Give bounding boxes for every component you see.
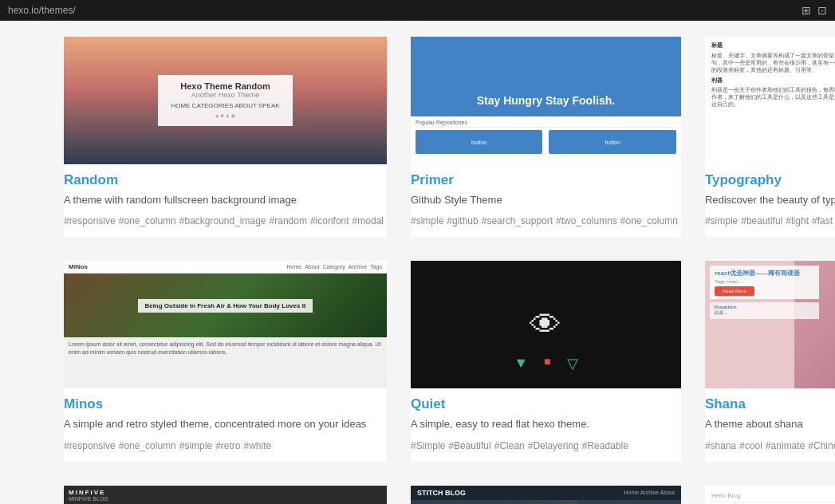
- theme-tag[interactable]: #Delayering: [528, 440, 579, 451]
- theme-tags-minos: #responsive#one_column#simple#retro#whit…: [64, 439, 387, 454]
- url-text: hexo.io/themes/: [8, 5, 76, 16]
- theme-card-white[interactable]: Hello Blog Hello World Welcome to Hexo! …: [705, 486, 835, 504]
- theme-info-primer: PrimerGithub Style Theme#simple#github#s…: [411, 164, 681, 237]
- theme-tag[interactable]: #Beautiful: [448, 440, 490, 451]
- theme-desc-minos: A simple and retro styled theme, concent…: [64, 417, 387, 431]
- top-bar-icons: ⊞ ⊡: [802, 4, 827, 17]
- theme-card-minfive[interactable]: MINFIVE MINFIVE BLOG Minfive: [64, 486, 387, 504]
- theme-tags-typography: #simple#beautiful#light#fast#disqus#live…: [705, 214, 835, 229]
- theme-tag[interactable]: #beautiful: [741, 215, 782, 226]
- theme-tag[interactable]: #background_image: [179, 215, 266, 226]
- theme-tag[interactable]: #two_columns: [556, 215, 617, 226]
- theme-desc-random: A theme with random fullscreen backgroun…: [64, 193, 387, 207]
- theme-preview-minos: MiNos HomeAboutCategoryArchiveTags Being…: [64, 261, 387, 388]
- theme-card-primer[interactable]: Stay Hungry Stay Foolish. Popular Reposi…: [411, 37, 681, 237]
- grid-icon[interactable]: ⊞: [802, 4, 811, 17]
- theme-tag[interactable]: #github: [447, 215, 478, 226]
- theme-tag[interactable]: #Readable: [582, 440, 628, 451]
- theme-tag[interactable]: #iconfont: [310, 215, 349, 226]
- theme-tags-quiet: #Simple#Beautiful#Clean#Delayering#Reada…: [411, 439, 681, 454]
- theme-info-typography: TypographyRediscover the beauty of typog…: [705, 164, 835, 237]
- theme-tag[interactable]: #Chinese: [808, 440, 835, 451]
- theme-tag[interactable]: #modal: [353, 215, 384, 226]
- theme-title-quiet[interactable]: Quiet: [411, 396, 681, 412]
- theme-tag[interactable]: #one_column: [119, 215, 176, 226]
- theme-preview-random: Hexo Theme Random Another Hexo Theme HOM…: [64, 37, 387, 164]
- theme-tag[interactable]: #simple: [411, 215, 443, 226]
- theme-card-minos[interactable]: MiNos HomeAboutCategoryArchiveTags Being…: [64, 261, 387, 461]
- theme-tags-primer: #simple#github#search_support#two_column…: [411, 214, 681, 229]
- themes-grid: Hexo Theme Random Another Hexo Theme HOM…: [64, 37, 771, 504]
- theme-tag[interactable]: #white: [244, 440, 272, 451]
- theme-tag[interactable]: #simple: [705, 215, 738, 226]
- theme-tag[interactable]: #search_support: [482, 215, 553, 226]
- theme-tag[interactable]: #one_column: [620, 215, 678, 226]
- theme-card-typography[interactable]: 标题 标签、关键字、文章摘要等构成了一篇文章的骨架，这里面包含了不同的语句，其中…: [705, 37, 835, 237]
- theme-tag[interactable]: #random: [270, 215, 307, 226]
- theme-info-minos: MinosA simple and retro styled theme, co…: [64, 388, 387, 461]
- theme-tag[interactable]: #light: [786, 215, 809, 226]
- theme-preview-stitch: STITCH BLOG Home Archive About Hello Wor…: [411, 486, 681, 504]
- theme-tag[interactable]: #one_column: [119, 440, 176, 451]
- theme-preview-minfive: MINFIVE MINFIVE BLOG: [64, 486, 387, 504]
- theme-preview-white: Hello Blog Hello World Welcome to Hexo! …: [705, 486, 835, 504]
- theme-tag[interactable]: #fast: [812, 215, 833, 226]
- theme-tags-random: #responsive#one_column#background_image#…: [64, 214, 387, 229]
- theme-preview-typography: 标题 标签、关键字、文章摘要等构成了一篇文章的骨架，这里面包含了不同的语句，其中…: [705, 37, 835, 164]
- theme-card-stitch[interactable]: STITCH BLOG Home Archive About Hello Wor…: [411, 486, 681, 504]
- view-icon[interactable]: ⊡: [817, 4, 827, 17]
- theme-tag[interactable]: #shana: [705, 440, 736, 451]
- theme-card-shana[interactable]: react优选神器——稀有阅读器 Tags: react ... Read Mo…: [705, 261, 835, 461]
- theme-preview-primer: Stay Hungry Stay Foolish. Popular Reposi…: [411, 37, 681, 164]
- theme-tag[interactable]: #retro: [215, 440, 240, 451]
- theme-card-quiet[interactable]: 👁 ▼ ■ ▽ QuietA simple, easy to read flat…: [411, 261, 681, 461]
- theme-tag[interactable]: #responsive: [64, 215, 116, 226]
- theme-title-random[interactable]: Random: [64, 172, 387, 188]
- theme-title-primer[interactable]: Primer: [411, 172, 681, 188]
- theme-tag[interactable]: #Clean: [494, 440, 525, 451]
- theme-desc-quiet: A simple, easy to read flat hexo theme.: [411, 417, 681, 431]
- theme-tag[interactable]: #simple: [179, 440, 212, 451]
- theme-tag[interactable]: #cool: [739, 440, 762, 451]
- theme-preview-shana: react优选神器——稀有阅读器 Tags: react ... Read Mo…: [705, 261, 835, 388]
- theme-tag[interactable]: #animate: [766, 440, 805, 451]
- theme-desc-shana: A theme about shana: [705, 417, 835, 431]
- theme-card-random[interactable]: Hexo Theme Random Another Hexo Theme HOM…: [64, 37, 387, 237]
- theme-title-minos[interactable]: Minos: [64, 396, 387, 412]
- theme-tag[interactable]: #Simple: [411, 440, 445, 451]
- theme-info-quiet: QuietA simple, easy to read flat hexo th…: [411, 388, 681, 461]
- theme-preview-quiet: 👁 ▼ ■ ▽: [411, 261, 681, 388]
- theme-desc-typography: Rediscover the beauty of typography: [705, 193, 835, 207]
- theme-info-random: RandomA theme with random fullscreen bac…: [64, 164, 387, 237]
- theme-title-shana[interactable]: Shana: [705, 396, 835, 412]
- theme-info-shana: ShanaA theme about shana#shana#cool#anim…: [705, 388, 835, 461]
- top-bar: hexo.io/themes/ ⊞ ⊡: [0, 0, 835, 21]
- main-content: Hexo Theme Random Another Hexo Theme HOM…: [0, 21, 835, 504]
- theme-desc-primer: Github Style Theme: [411, 193, 681, 207]
- theme-tag[interactable]: #responsive: [64, 440, 116, 451]
- theme-tags-shana: #shana#cool#animate#Chinese#中文: [705, 439, 835, 454]
- theme-title-typography[interactable]: Typography: [705, 172, 835, 188]
